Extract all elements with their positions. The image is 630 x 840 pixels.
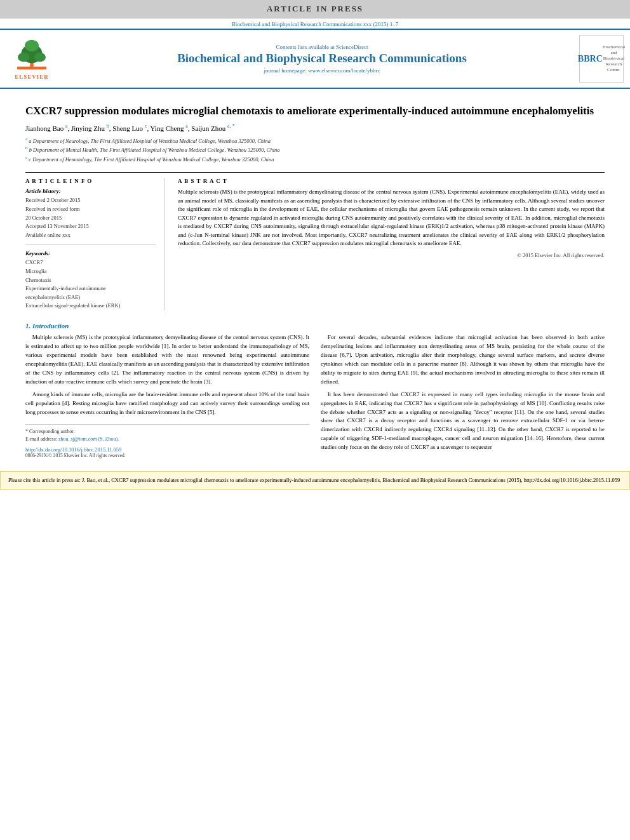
main-content: CXCR7 suppression modulates microglial c… — [0, 89, 630, 465]
intro-body: Multiple sclerosis (MS) is the prototypi… — [25, 333, 605, 458]
abstract-col: A B S T R A C T Multiple sclerosis (MS) … — [178, 178, 605, 310]
svg-point-3 — [18, 53, 29, 62]
copyright: © 2015 Elsevier Inc. All rights reserved… — [178, 252, 605, 258]
journal-ref-line: Biochemical and Biophysical Research Com… — [0, 18, 630, 30]
online-date: Available online xxx — [25, 231, 156, 240]
intro-para-1: Multiple sclerosis (MS) is the prototypi… — [25, 333, 309, 387]
authors-line: Jianhong Bao a, Jinying Zhu b, Sheng Luo… — [25, 123, 605, 132]
keywords-label: Keywords: — [25, 250, 156, 257]
keyword-4: encephalomyelitis (EAE) — [25, 293, 156, 302]
rights-line: 0006-291X/© 2015 Elsevier Inc. All right… — [25, 453, 309, 458]
affiliations: a a Department of Neurology, The First A… — [25, 136, 605, 164]
affiliation-c: c Department of Hematology, The First Af… — [29, 156, 274, 163]
doi-link[interactable]: http://dx.doi.org/10.1016/j.bbrc.2015.11… — [25, 446, 121, 453]
elsevier-tree-icon — [13, 37, 51, 72]
elsevier-text: ELSEVIER — [15, 74, 49, 80]
affiliation-b: b Department of Mental Health, The First… — [29, 147, 280, 153]
intro-right: For several decades, substantial evidenc… — [321, 333, 605, 458]
email-label: E-mail address: — [25, 436, 57, 442]
keyword-0: CXCR7 — [25, 258, 156, 267]
journal-header: ELSEVIER Contents lists available at Sci… — [0, 30, 630, 89]
abstract-label: A B S T R A C T — [178, 178, 605, 184]
homepage-label: journal homepage: — [264, 67, 307, 74]
intro-para-4: It has been demonstrated that CXCR7 is e… — [321, 390, 605, 453]
journal-homepage: journal homepage: www.elsevier.com/locat… — [65, 67, 579, 74]
aip-banner-text: ARTICLE IN PRESS — [267, 4, 363, 13]
header-center: Contents lists available at ScienceDirec… — [65, 44, 579, 74]
intro-para-3: For several decades, substantial evidenc… — [321, 333, 605, 387]
article-title: CXCR7 suppression modulates microglial c… — [25, 104, 605, 118]
article-info-col: A R T I C L E I N F O Article history: R… — [25, 178, 165, 310]
corresponding-note: * Corresponding author. — [25, 428, 309, 436]
history-label: Article history: — [25, 188, 156, 194]
accepted-date: Accepted 13 November 2015 — [25, 222, 156, 231]
affiliation-a: a Department of Neurology, The First Aff… — [29, 138, 271, 144]
intro-left: Multiple sclerosis (MS) is the prototypi… — [25, 333, 309, 458]
contents-line: Contents lists available at ScienceDirec… — [65, 44, 579, 50]
keyword-2: Chemotaxis — [25, 276, 156, 285]
elsevier-logo: ELSEVIER — [6, 37, 57, 80]
svg-point-5 — [25, 40, 39, 51]
journal-title: Biochemical and Biophysical Research Com… — [65, 51, 579, 66]
section-number: 1. Introduction — [25, 322, 605, 330]
abstract-text: Multiple sclerosis (MS) is the prototypi… — [178, 188, 605, 248]
keyword-1: Microglia — [25, 267, 156, 276]
sciencedirect-link[interactable]: ScienceDirect — [336, 44, 368, 50]
introduction-section: 1. Introduction Multiple sclerosis (MS) … — [25, 322, 605, 458]
article-info-label: A R T I C L E I N F O — [25, 178, 156, 184]
email-note: E-mail address: zhou_sj@tom.com (S. Zhou… — [25, 436, 309, 443]
homepage-link[interactable]: www.elsevier.com/locate/ybbrc — [308, 67, 380, 74]
page: ARTICLE IN PRESS Biochemical and Biophys… — [0, 0, 630, 840]
article-info-abstract: A R T I C L E I N F O Article history: R… — [25, 172, 605, 310]
email-value: zhou_sj@tom.com (S. Zhou). — [58, 436, 119, 442]
keyword-3: Experimentally-induced autoimmune — [25, 284, 156, 293]
intro-title: Introduction — [32, 322, 69, 330]
contents-label: Contents lists available at — [276, 44, 335, 50]
aip-banner: ARTICLE IN PRESS — [0, 0, 630, 18]
intro-para-2: Among kinds of immune cells, microglia a… — [25, 390, 309, 417]
keyword-5: Extracellular signal-regulated kinase (E… — [25, 302, 156, 310]
received-date: Received 2 October 2015 — [25, 196, 156, 205]
bbrc-logo: BBRC BiochemicalandBiophysicalResearchCo… — [579, 35, 624, 83]
journal-ref-text: Biochemical and Biophysical Research Com… — [232, 21, 399, 27]
revised-date: 20 October 2015 — [25, 214, 156, 223]
svg-point-4 — [34, 53, 46, 62]
footnote-area: * Corresponding author. E-mail address: … — [25, 424, 309, 458]
citation-text: Please cite this article in press as: J.… — [8, 477, 620, 483]
revised-label: Received in revised form — [25, 205, 156, 214]
citation-bar: Please cite this article in press as: J.… — [0, 471, 630, 490]
intro-number: 1. — [25, 322, 30, 330]
